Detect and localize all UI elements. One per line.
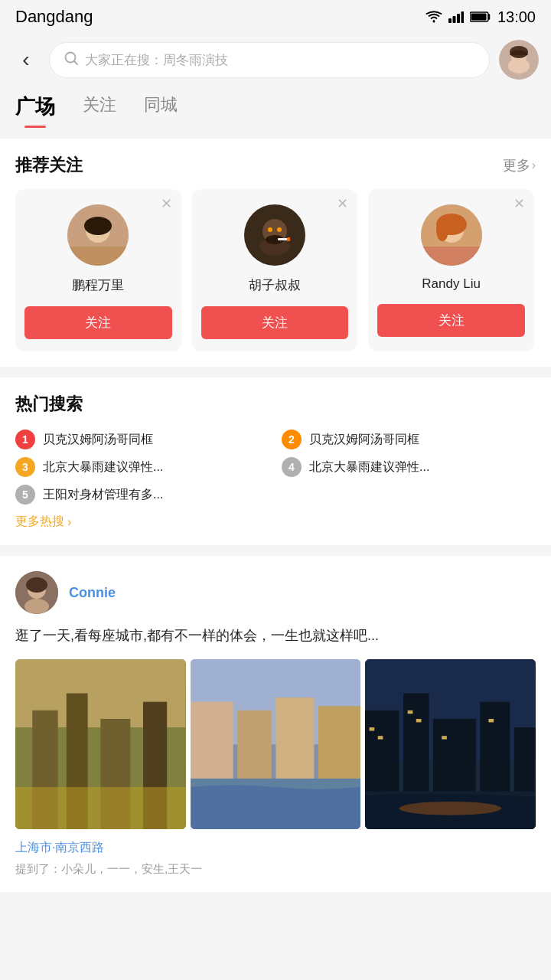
svg-rect-54 [370,727,375,730]
hot-item-1[interactable]: 1 贝克汉姆阿汤哥同框 [15,430,269,449]
section-title: 推荐关注 [15,154,83,177]
hot-item-5[interactable]: 5 王阳对身材管理有多... [15,485,269,505]
more-button[interactable]: 更多 › [503,156,536,175]
post-location[interactable]: 上海市·南京西路 [15,840,536,856]
wifi-icon [425,11,442,23]
hot-item-4[interactable]: 4 北京大暴雨建议弹性... [282,457,536,477]
battery-icon [470,11,491,22]
post-username[interactable]: Connie [69,585,116,601]
tab-guanzhu[interactable]: 关注 [83,93,116,128]
card-name-2: 胡子叔叔 [249,276,301,294]
recommend-card-2: ✕ 胡子叔叔 关注 [192,189,358,351]
svg-rect-6 [471,14,486,21]
hot-text-2: 贝克汉姆阿汤哥同框 [309,432,419,448]
svg-point-21 [277,227,282,232]
follow-button-2[interactable]: 关注 [201,306,349,339]
status-right: 13:00 [425,8,536,26]
search-placeholder-text: 大家正在搜：周冬雨演技 [85,51,228,69]
tab-tongcheng[interactable]: 同城 [144,93,178,128]
app-name: Dangdang [15,7,93,27]
hot-more-button[interactable]: 更多热搜 › [15,514,536,530]
hot-search-grid: 1 贝克汉姆阿汤哥同框 2 贝克汉姆阿汤哥同框 3 北京大暴雨建议弹性... 4… [15,430,536,505]
section-header: 推荐关注 更多 › [15,154,536,177]
user-avatar-top[interactable] [499,40,539,80]
card-name-1: 鹏程万里 [72,276,124,294]
follow-button-3[interactable]: 关注 [377,304,525,337]
card-avatar-3 [421,204,482,266]
svg-rect-3 [457,14,460,23]
hot-more-label: 更多热搜 [15,514,64,530]
close-icon-1[interactable]: ✕ [161,197,172,211]
hot-search-title: 热门搜索 [15,393,536,416]
recommend-card-3: ✕ Randy Liu 关注 [368,189,534,351]
hot-rank-4: 4 [282,457,302,477]
recommend-cards: ✕ 鹏程万里 关注 ✕ [15,189,536,351]
hot-text-4: 北京大暴雨建议弹性... [309,459,429,475]
tabs-row: 广场 关注 同城 [0,86,551,128]
svg-rect-57 [416,719,422,722]
svg-rect-4 [461,11,464,23]
svg-rect-59 [489,719,494,722]
post-image-3[interactable] [365,659,536,830]
svg-point-61 [399,802,502,815]
chevron-right-icon: › [532,158,536,172]
hot-rank-2: 2 [282,430,302,449]
hot-rank-1: 1 [15,430,35,449]
hot-text-1: 贝克汉姆阿汤哥同框 [43,432,153,448]
hot-text-5: 王阳对身材管理有多... [43,487,163,503]
svg-rect-22 [278,238,289,240]
status-bar: Dangdang 13:00 [0,0,551,34]
post-image-2[interactable] [191,659,361,830]
search-box[interactable]: 大家正在搜：周冬雨演技 [49,42,490,78]
svg-rect-56 [408,710,413,714]
search-bar-row: ‹ 大家正在搜：周冬雨演技 [0,34,551,86]
post-user-row: Connie [15,571,536,614]
svg-rect-39 [15,787,186,830]
hot-rank-3: 3 [15,457,35,477]
post-image-1[interactable] [15,659,186,830]
search-icon [64,51,79,70]
hot-search-section: 热门搜索 1 贝克汉姆阿汤哥同框 2 贝克汉姆阿汤哥同框 3 北京大暴雨建议弹性… [0,377,551,545]
post-section: Connie 逛了一天,看每座城市,都有不一样的体会，一生也就这样吧... [0,556,551,892]
svg-point-27 [436,220,448,241]
recommend-card-1: ✕ 鹏程万里 关注 [15,189,181,351]
hot-rank-5: 5 [15,485,35,505]
follow-button-1[interactable]: 关注 [24,306,172,339]
card-avatar-1 [67,204,129,266]
svg-point-32 [26,577,47,593]
post-images [15,659,536,830]
svg-rect-58 [442,736,448,739]
tab-guangchang[interactable]: 广场 [15,93,55,128]
card-avatar-2 [244,204,305,266]
close-icon-2[interactable]: ✕ [337,197,348,211]
svg-rect-28 [421,247,482,266]
svg-point-0 [432,21,435,23]
svg-rect-15 [67,247,129,266]
svg-point-14 [84,217,112,235]
status-time: 13:00 [497,8,536,26]
signal-icon [448,11,464,23]
back-button[interactable]: ‹ [12,47,40,72]
svg-rect-55 [378,736,383,739]
card-name-3: Randy Liu [422,276,481,292]
svg-rect-1 [448,18,452,23]
close-icon-3[interactable]: ✕ [514,197,525,211]
post-mentions: 提到了：小朵儿，一一，安生,王天一 [15,862,536,877]
recommend-section: 推荐关注 更多 › ✕ 鹏程万里 关注 ✕ [0,139,551,367]
svg-rect-23 [287,237,290,241]
hot-item-2[interactable]: 2 贝克汉姆阿汤哥同框 [282,430,536,449]
hot-text-3: 北京大暴雨建议弹性... [43,459,163,475]
svg-rect-2 [452,16,455,23]
svg-point-31 [24,599,49,614]
hot-item-3[interactable]: 3 北京大暴雨建议弹性... [15,457,269,477]
chevron-right-icon-hot: › [67,515,71,529]
post-avatar[interactable] [15,571,58,614]
svg-point-20 [268,227,272,232]
post-content: 逛了一天,看每座城市,都有不一样的体会，一生也就这样吧... [15,625,536,647]
